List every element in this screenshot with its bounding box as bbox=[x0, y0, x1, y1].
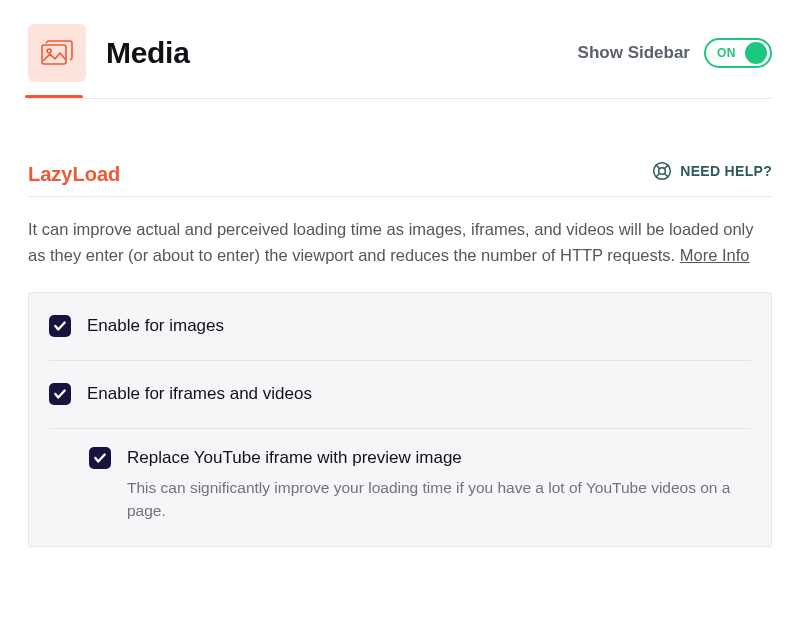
svg-line-5 bbox=[665, 165, 668, 168]
setting-help-text: This can significantly improve your load… bbox=[127, 476, 751, 523]
svg-line-6 bbox=[656, 174, 659, 177]
setting-row-youtube-preview: Replace YouTube iframe with preview imag… bbox=[49, 429, 751, 546]
section-description: It can improve actual and perceived load… bbox=[28, 217, 772, 268]
check-icon bbox=[53, 319, 67, 333]
setting-label: Enable for images bbox=[87, 315, 224, 338]
need-help-link[interactable]: NEED HELP? bbox=[652, 161, 772, 181]
header-divider bbox=[28, 98, 772, 99]
show-sidebar-label: Show Sidebar bbox=[578, 43, 690, 63]
show-sidebar-toggle[interactable]: ON bbox=[704, 38, 772, 68]
setting-label: Enable for iframes and videos bbox=[87, 383, 312, 406]
svg-point-3 bbox=[659, 168, 666, 175]
svg-line-4 bbox=[656, 165, 659, 168]
toggle-knob bbox=[745, 42, 767, 64]
header-right: Show Sidebar ON bbox=[578, 38, 772, 68]
check-icon bbox=[53, 387, 67, 401]
setting-row-enable-images: Enable for images bbox=[49, 293, 751, 361]
page-title: Media bbox=[106, 36, 190, 70]
settings-panel: Enable for images Enable for iframes and… bbox=[28, 292, 772, 547]
more-info-link[interactable]: More Info bbox=[680, 246, 750, 264]
setting-row-enable-iframes-videos: Enable for iframes and videos bbox=[49, 361, 751, 429]
header-left: Media bbox=[28, 24, 190, 82]
section-title: LazyLoad bbox=[28, 163, 120, 186]
svg-point-1 bbox=[47, 49, 51, 53]
active-tab-indicator bbox=[25, 95, 83, 98]
toggle-state-text: ON bbox=[717, 46, 736, 60]
page-header: Media Show Sidebar ON bbox=[28, 24, 772, 98]
svg-rect-0 bbox=[42, 45, 66, 64]
checkbox-enable-iframes-videos[interactable] bbox=[49, 383, 71, 405]
section-header: LazyLoad NEED HELP? bbox=[28, 161, 772, 197]
media-icon-badge bbox=[28, 24, 86, 82]
checkbox-youtube-preview[interactable] bbox=[89, 447, 111, 469]
images-icon bbox=[41, 39, 73, 67]
setting-label: Replace YouTube iframe with preview imag… bbox=[127, 447, 751, 470]
lifebuoy-icon bbox=[652, 161, 672, 181]
checkbox-enable-images[interactable] bbox=[49, 315, 71, 337]
page-container: Media Show Sidebar ON LazyLoad NEED HELP… bbox=[0, 0, 800, 571]
need-help-text: NEED HELP? bbox=[680, 163, 772, 179]
svg-line-7 bbox=[665, 174, 668, 177]
section-description-text: It can improve actual and perceived load… bbox=[28, 220, 753, 264]
check-icon bbox=[93, 451, 107, 465]
